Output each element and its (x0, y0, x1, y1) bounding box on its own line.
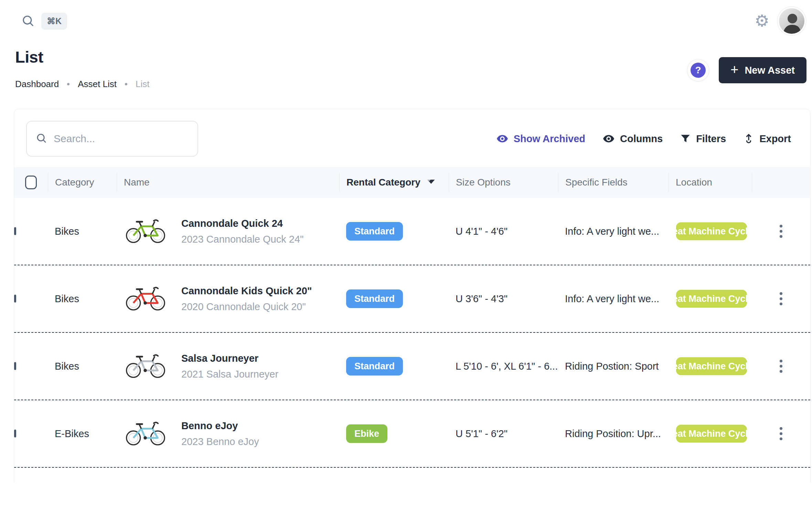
export-label: Export (759, 133, 791, 145)
size-options-cell: U 3'6" - 4'3" (449, 293, 558, 305)
name-cell: Cannondale Kids Quick 20" 2020 Cannondal… (117, 284, 339, 314)
page-title: List (15, 47, 149, 66)
table-header-row: Category Name Rental Category Size Optio… (14, 167, 810, 198)
category-cell: Bikes (48, 293, 117, 305)
table-row[interactable]: Bikes Cannondale Quick 24 2023 Cannondal… (14, 198, 810, 265)
row-checkbox[interactable] (14, 430, 16, 437)
plus-icon: + (730, 63, 738, 76)
search-icon (21, 14, 34, 28)
column-header-rental-category[interactable]: Rental Category (339, 173, 449, 192)
asset-subtitle: 2020 Cannondale Quick 20" (181, 301, 312, 313)
settings-button[interactable]: ⚙ (755, 13, 769, 29)
specific-fields-cell: Riding Postion: Sport (558, 361, 669, 372)
keyboard-shortcut-badge: ⌘K (41, 13, 67, 30)
filters-button[interactable]: Filters (680, 133, 726, 145)
table-search-box[interactable] (26, 121, 198, 157)
export-button[interactable]: Export (743, 133, 791, 145)
location-badge: Meat Machine Cycles (676, 222, 747, 240)
funnel-icon (680, 133, 691, 144)
question-mark-icon: ? (691, 63, 706, 78)
column-header-size-options: Size Options (449, 173, 558, 192)
bike-image (124, 216, 167, 246)
help-button[interactable]: ? (687, 59, 709, 81)
table-row[interactable]: E-Bikes Benno eJoy 2023 Benno eJoy Ebike… (14, 400, 810, 468)
rental-category-badge: Standard (346, 222, 403, 241)
view-actions: Show Archived Columns Filters (496, 133, 791, 145)
gear-icon: ⚙ (755, 13, 769, 29)
row-actions-menu-button[interactable] (771, 360, 791, 373)
name-cell: Salsa Journeyer 2021 Salsa Journeyer (117, 351, 339, 381)
show-archived-button[interactable]: Show Archived (496, 133, 585, 145)
asset-subtitle: 2023 Benno eJoy (181, 436, 259, 447)
table-row[interactable]: Bikes Cannondale Kids Quick 20" 2020 Can… (14, 265, 810, 333)
rental-category-badge: Ebike (346, 424, 387, 443)
new-asset-button[interactable]: + New Asset (719, 57, 806, 83)
columns-label: Columns (620, 133, 663, 145)
filter-indicator-icon (427, 177, 436, 188)
size-options-cell: U 4'1" - 4'6" (449, 226, 558, 237)
asset-name: Cannondale Kids Quick 20" (181, 285, 312, 297)
breadcrumb-dashboard[interactable]: Dashboard (15, 79, 59, 89)
asset-name: Benno eJoy (181, 420, 259, 432)
column-header-name: Name (117, 173, 339, 192)
column-header-actions (752, 173, 810, 192)
location-badge: Meat Machine Cycles (676, 357, 747, 375)
bike-image (124, 351, 167, 381)
rental-category-badge: Standard (346, 289, 403, 308)
row-actions-menu-button[interactable] (771, 225, 791, 238)
topbar: ⌘K ⚙ (0, 0, 812, 34)
category-cell: Bikes (48, 361, 117, 372)
row-actions-menu-button[interactable] (771, 292, 791, 305)
rental-category-label: Rental Category (346, 177, 420, 188)
asset-list-card: Show Archived Columns Filters (14, 109, 811, 483)
select-all-checkbox[interactable] (25, 176, 37, 189)
search-input[interactable] (54, 133, 189, 145)
asset-name: Salsa Journeyer (181, 353, 278, 364)
page-head: List Dashboard Asset List List ? + New A… (0, 34, 812, 89)
breadcrumb-current: List (136, 79, 149, 89)
show-archived-label: Show Archived (514, 133, 585, 145)
asset-subtitle: 2021 Salsa Journeyer (181, 369, 278, 380)
eye-icon (496, 133, 509, 144)
asset-name: Cannondale Quick 24 (181, 218, 303, 229)
row-checkbox[interactable] (14, 227, 16, 235)
card-toolbar: Show Archived Columns Filters (14, 109, 810, 167)
eye-icon (602, 133, 615, 144)
size-options-cell: U 5'1" - 6'2" (449, 428, 558, 440)
row-actions-menu-button[interactable] (771, 427, 791, 440)
location-badge: Meat Machine Cycles (676, 425, 747, 443)
specific-fields-cell: Info: A very light we... (558, 226, 669, 237)
breadcrumb-separator-dot (67, 83, 70, 85)
column-header-category: Category (48, 173, 117, 192)
asset-subtitle: 2023 Cannondale Quck 24" (181, 234, 303, 245)
bike-image (124, 284, 167, 314)
search-icon (36, 133, 47, 145)
breadcrumb-asset-list[interactable]: Asset List (78, 79, 117, 89)
person-silhouette-icon (779, 8, 804, 34)
filters-label: Filters (696, 133, 726, 145)
breadcrumb: Dashboard Asset List List (15, 79, 149, 89)
name-cell: Cannondale Quick 24 2023 Cannondale Quck… (117, 216, 339, 246)
breadcrumb-separator-dot (125, 83, 127, 85)
size-options-cell: L 5'10 - 6', XL 6'1" - 6... (449, 361, 558, 372)
column-header-location: Location (669, 173, 752, 192)
category-cell: E-Bikes (48, 428, 117, 440)
rental-category-badge: Standard (346, 357, 403, 375)
name-cell: Benno eJoy 2023 Benno eJoy (117, 419, 339, 449)
avatar[interactable] (779, 8, 804, 34)
upload-icon (743, 133, 754, 144)
new-asset-label: New Asset (745, 65, 795, 76)
global-search-button[interactable] (21, 14, 34, 28)
columns-button[interactable]: Columns (602, 133, 663, 145)
row-checkbox[interactable] (14, 295, 16, 303)
table-row[interactable]: Bikes Salsa Journeyer 2021 Salsa Journey… (14, 333, 810, 400)
specific-fields-cell: Riding Position: Upr... (558, 428, 669, 440)
category-cell: Bikes (48, 226, 117, 237)
column-header-specific-fields: Specific Fields (558, 173, 669, 192)
location-badge: Meat Machine Cycles (676, 290, 747, 308)
bike-image (124, 419, 167, 449)
row-checkbox[interactable] (14, 362, 16, 370)
specific-fields-cell: Info: A very light we... (558, 293, 669, 305)
